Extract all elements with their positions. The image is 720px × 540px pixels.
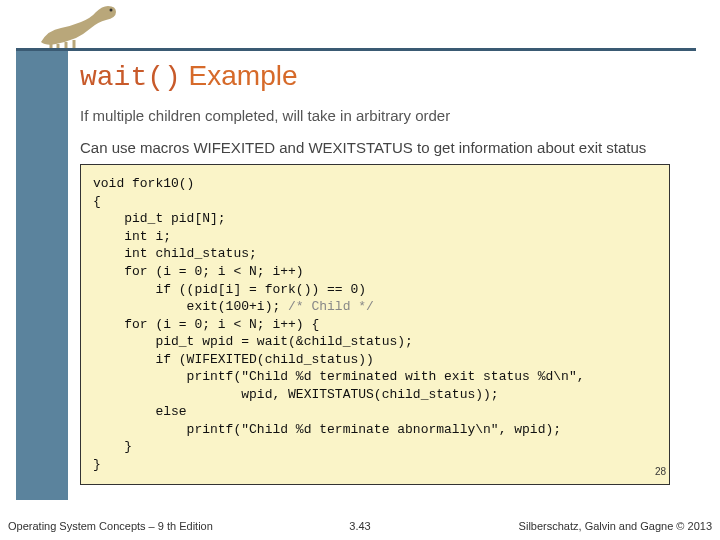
slide-content: wait() Example If multiple children comp… [80,60,700,485]
inner-page-number: 28 [655,466,666,477]
code-line: } [93,457,101,472]
code-block: void fork10() { pid_t pid[N]; int i; int… [80,164,670,484]
code-line: wpid, WEXITSTATUS(child_status)); [93,387,499,402]
code-line: void fork10() [93,176,194,191]
code-line: exit(100+i); [93,299,288,314]
code-comment: /* Child */ [288,299,374,314]
code-line: for (i = 0; i < N; i++) [93,264,304,279]
description-line-2: Can use macros WIFEXITED and WEXITSTATUS… [80,138,700,158]
footer-right: Silberschatz, Galvin and Gagne © 2013 [519,520,712,532]
footer-center: 3.43 [349,520,370,532]
slide-title: wait() Example [80,60,700,93]
code-line: pid_t wpid = wait(&child_status); [93,334,413,349]
description-line-1: If multiple children completed, will tak… [80,107,700,124]
title-word: Example [189,60,298,91]
slide-footer: Operating System Concepts – 9 th Edition… [0,506,720,536]
dinosaur-logo [36,0,126,50]
code-line: if (WIFEXITED(child_status)) [93,352,374,367]
code-line: { [93,194,101,209]
code-line: else [93,404,187,419]
left-accent-bar [16,51,68,500]
code-line: for (i = 0; i < N; i++) { [93,317,319,332]
code-line: printf("Child %d terminated with exit st… [93,369,584,384]
code-line: pid_t pid[N]; [93,211,226,226]
code-line: int i; [93,229,171,244]
footer-left: Operating System Concepts – 9 th Edition [8,520,213,532]
header-divider [16,48,696,51]
code-line: } [93,439,132,454]
code-line: printf("Child %d terminate abnormally\n"… [93,422,561,437]
svg-point-0 [110,9,113,12]
code-line: if ((pid[i] = fork()) == 0) [93,282,366,297]
code-line: int child_status; [93,246,257,261]
title-code: wait() [80,62,181,93]
